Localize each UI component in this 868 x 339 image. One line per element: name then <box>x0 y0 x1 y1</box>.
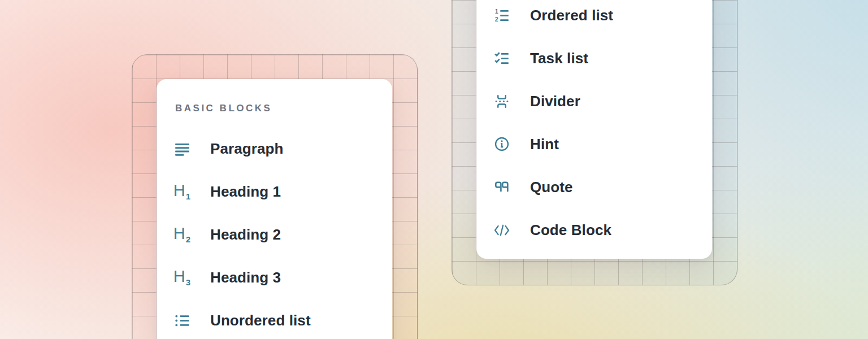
menu-item-quote[interactable]: Quote <box>476 166 712 208</box>
task-list-icon <box>492 49 511 68</box>
quote-icon <box>492 177 511 197</box>
paragraph-icon <box>172 139 192 158</box>
heading-subscript: 1 <box>186 192 190 201</box>
blocks-menu-continued: 1 2 Ordered list Task list <box>476 0 712 259</box>
menu-item-label: Task list <box>530 50 588 67</box>
menu-item-code-block[interactable]: Code Block <box>476 208 712 251</box>
menu-item-unordered-list[interactable]: Unordered list <box>157 299 392 339</box>
menu-item-hint[interactable]: Hint <box>476 123 712 166</box>
heading-subscript: 2 <box>186 234 190 244</box>
code-block-icon <box>492 220 511 240</box>
ordered-list-icon: 1 2 <box>492 6 511 25</box>
heading-letter: H <box>173 267 185 285</box>
menu-item-label: Heading 2 <box>210 226 281 244</box>
menu-item-heading-2[interactable]: H2 Heading 2 <box>157 213 392 256</box>
heading-letter: H <box>173 181 185 199</box>
menu-item-label: Quote <box>530 179 573 196</box>
menu-item-label: Heading 1 <box>210 183 281 201</box>
menu-item-ordered-list[interactable]: 1 2 Ordered list <box>476 0 712 37</box>
menu-item-label: Unordered list <box>210 312 311 329</box>
menu-item-label: Ordered list <box>530 7 613 24</box>
section-label: BASIC BLOCKS <box>175 102 392 115</box>
heading-subscript: 3 <box>186 277 190 287</box>
menu-item-label: Paragraph <box>210 140 284 158</box>
svg-text:2: 2 <box>495 15 498 22</box>
menu-item-heading-1[interactable]: H1 Heading 1 <box>157 170 392 213</box>
heading-2-icon: H2 <box>172 225 192 244</box>
menu-item-label: Code Block <box>530 221 611 239</box>
stage: BASIC BLOCKS Paragraph H1 Heading 1 H2 <box>0 0 868 339</box>
basic-blocks-menu: BASIC BLOCKS Paragraph H1 Heading 1 H2 <box>157 79 392 339</box>
menu-item-task-list[interactable]: Task list <box>476 37 712 80</box>
divider-icon <box>492 92 511 111</box>
unordered-list-icon <box>172 311 192 330</box>
menu-item-heading-3[interactable]: H3 Heading 3 <box>157 256 392 299</box>
menu-item-label: Heading 3 <box>210 269 281 286</box>
menu-item-paragraph[interactable]: Paragraph <box>157 127 392 170</box>
heading-letter: H <box>173 224 185 242</box>
menu-item-label: Divider <box>530 93 580 110</box>
menu-item-divider[interactable]: Divider <box>476 80 712 123</box>
menu-item-label: Hint <box>530 136 559 153</box>
heading-1-icon: H1 <box>172 182 192 201</box>
heading-3-icon: H3 <box>172 268 192 287</box>
svg-text:1: 1 <box>495 8 498 15</box>
hint-icon <box>492 134 511 154</box>
